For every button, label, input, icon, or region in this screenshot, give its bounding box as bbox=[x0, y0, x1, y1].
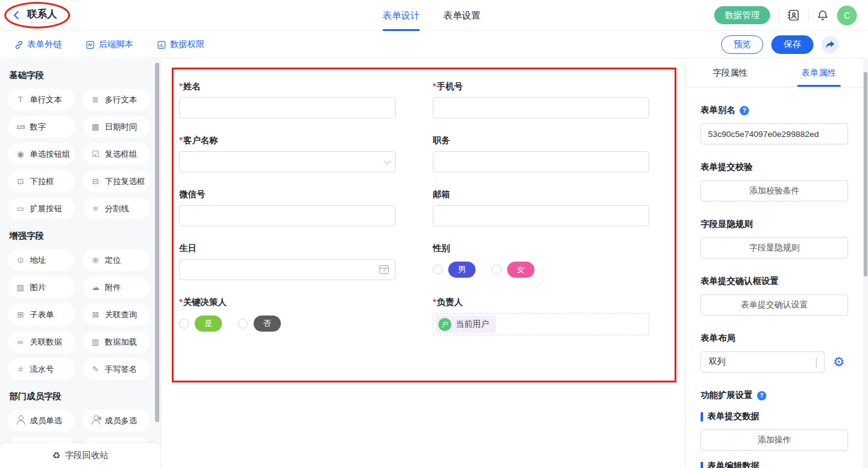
field-owner-input[interactable]: 户当前用户 bbox=[433, 313, 649, 335]
data-permission-button[interactable]: 数据权限 bbox=[157, 39, 205, 50]
panel-section-extension-settings: 功能扩展设置? bbox=[701, 390, 848, 401]
sidebar-item-radio-group[interactable]: ◉单选按钮组 bbox=[8, 143, 75, 165]
sidebar-item-serial-number[interactable]: #流水号 bbox=[8, 358, 75, 380]
serial-number-icon: # bbox=[14, 364, 27, 374]
tab-form-properties[interactable]: 表单属性 bbox=[774, 59, 863, 87]
preview-button[interactable]: 预览 bbox=[721, 35, 763, 54]
linked-data-icon: ∞ bbox=[14, 337, 27, 347]
chevron-down-icon bbox=[384, 159, 389, 164]
radio-icon[interactable] bbox=[492, 265, 502, 275]
option-tag: 是 bbox=[195, 316, 222, 332]
back-icon[interactable] bbox=[11, 10, 22, 20]
form-alias-input[interactable] bbox=[701, 123, 848, 144]
location-icon: ⊕ bbox=[89, 255, 102, 265]
field-gender-options: 男女 bbox=[433, 259, 649, 280]
radio-option[interactable]: 女 bbox=[492, 262, 534, 278]
sidebar-item-multi-line-text[interactable]: ≣多行文本 bbox=[83, 89, 150, 110]
submit-confirm-settings-button[interactable]: 表单提交确认设置 bbox=[701, 294, 848, 316]
radio-option[interactable]: 男 bbox=[433, 262, 476, 278]
sidebar-item-signature[interactable]: ✎手写签名 bbox=[83, 358, 150, 380]
sidebar-item-number[interactable]: 123数字 bbox=[8, 116, 75, 138]
field-customer-name: *客户名称 bbox=[179, 135, 396, 172]
sidebar-item-divider[interactable]: ≡分割线 bbox=[83, 198, 150, 219]
sidebar-scrollbar[interactable] bbox=[155, 63, 159, 422]
current-user-tag: 户当前用户 bbox=[436, 316, 496, 333]
recycle-bin-label: 字段回收站 bbox=[65, 450, 108, 461]
bell-icon[interactable] bbox=[817, 9, 829, 22]
field-birthday-input[interactable] bbox=[179, 259, 396, 280]
sidebar-item-linked-data[interactable]: ∞关联数据 bbox=[8, 331, 75, 353]
field-job-title: 职务 bbox=[433, 135, 649, 172]
radio-icon[interactable] bbox=[238, 319, 248, 329]
sidebar-item-member-single[interactable]: 成员单选 bbox=[8, 410, 75, 431]
sidebar-item-extend-button[interactable]: ▭扩展按钮 bbox=[8, 198, 75, 219]
sidebar-item-label: 数据加载 bbox=[105, 337, 137, 348]
share-button[interactable] bbox=[822, 36, 839, 53]
field-key-decision-maker-options: 是否 bbox=[179, 313, 396, 334]
multi-line-text-icon: ≣ bbox=[89, 95, 102, 104]
window-scrollbar-thumb[interactable] bbox=[864, 72, 867, 276]
sidebar-item-datetime[interactable]: ▦日期时间 bbox=[83, 116, 150, 138]
field-label-text: 客户名称 bbox=[183, 135, 218, 145]
tab-form-design[interactable]: 表单设计 bbox=[383, 0, 420, 31]
sidebar-item-linked-query[interactable]: ⊠关联查询 bbox=[83, 304, 150, 325]
help-icon[interactable]: ? bbox=[757, 391, 766, 400]
data-manage-button[interactable]: 数据管理 bbox=[714, 6, 770, 24]
contacts-icon[interactable] bbox=[787, 9, 800, 22]
sidebar-section-title: 增强字段 bbox=[0, 231, 161, 242]
sidebar-item-multi-select[interactable]: ⊟下拉复选框 bbox=[83, 170, 150, 192]
backend-script-button[interactable]: 后端脚本 bbox=[86, 39, 133, 50]
radio-icon[interactable] bbox=[179, 319, 189, 329]
panel-section-title-text: 功能扩展设置 bbox=[701, 390, 753, 401]
tab-form-settings[interactable]: 表单设置 bbox=[443, 0, 480, 31]
sidebar-item-image[interactable]: ▨图片 bbox=[8, 276, 75, 298]
sidebar-item-member-multi[interactable]: 成员多选 bbox=[83, 410, 150, 431]
field-key-decision-maker: *关键决策人是否 bbox=[179, 297, 396, 335]
sidebar-item-single-line-text[interactable]: T单行文本 bbox=[8, 89, 75, 110]
field-name-input[interactable] bbox=[179, 97, 396, 118]
radio-option[interactable]: 否 bbox=[238, 316, 281, 332]
sidebar-item-location[interactable]: ⊕定位 bbox=[83, 249, 150, 271]
field-customer-name-input[interactable] bbox=[179, 151, 396, 172]
panel-section-form-alias: 表单别名? bbox=[701, 105, 848, 144]
required-asterisk: * bbox=[433, 81, 436, 91]
divider-icon: ≡ bbox=[89, 204, 102, 213]
sidebar-item-label: 数字 bbox=[30, 121, 46, 133]
submit-validation-button[interactable]: 添加校验条件 bbox=[701, 180, 848, 201]
panel-section-title-text: 表单提交确认框设置 bbox=[701, 276, 779, 287]
sidebar-section-title: 基础字段 bbox=[0, 70, 161, 81]
field-mobile-input[interactable] bbox=[433, 97, 649, 118]
member-multi-icon bbox=[89, 415, 102, 426]
sidebar-item-label: 日期时间 bbox=[105, 121, 137, 133]
radio-icon[interactable] bbox=[433, 265, 443, 275]
form-external-link-button[interactable]: 表单外链 bbox=[14, 39, 62, 50]
sidebar-item-select[interactable]: ⊡下拉框 bbox=[8, 170, 75, 192]
form-layout-select[interactable]: 双列 bbox=[701, 351, 825, 373]
sidebar-item-label: 子表单 bbox=[30, 309, 54, 320]
tab-field-properties[interactable]: 字段属性 bbox=[686, 59, 774, 87]
help-icon[interactable]: ? bbox=[740, 106, 749, 115]
form-title[interactable]: 联系人 bbox=[27, 8, 57, 23]
submit-data-button[interactable]: 添加操作 bbox=[701, 430, 848, 451]
window-scrollbar-track[interactable] bbox=[863, 59, 868, 468]
select-icon: ⊡ bbox=[14, 177, 27, 186]
field-visibility-rules-button[interactable]: 字段显隐规则 bbox=[701, 237, 848, 258]
save-button[interactable]: 保存 bbox=[771, 35, 813, 54]
script-icon bbox=[86, 40, 95, 50]
field-wechat-input[interactable] bbox=[179, 205, 396, 226]
radio-option[interactable]: 是 bbox=[179, 316, 222, 332]
field-job-title-input[interactable] bbox=[433, 151, 649, 172]
user-avatar[interactable]: C bbox=[837, 6, 857, 25]
sidebar-item-address[interactable]: ⊙地址 bbox=[8, 249, 75, 271]
field-recycle-bin[interactable]: ♻ 字段回收站 bbox=[0, 443, 161, 468]
sidebar-item-subform[interactable]: ⊞子表单 bbox=[8, 304, 75, 325]
gear-icon[interactable]: ⚙ bbox=[830, 351, 848, 373]
required-asterisk: * bbox=[179, 297, 182, 307]
panel-section-field-visibility-rules: 字段显隐规则字段显隐规则 bbox=[701, 219, 848, 258]
sidebar-item-attachment[interactable]: ☁附件 bbox=[83, 276, 150, 298]
field-label-text: 生日 bbox=[179, 243, 197, 253]
sidebar-item-data-load[interactable]: ▥数据加载 bbox=[83, 331, 150, 353]
sidebar-item-checkbox-group[interactable]: ☑复选框组 bbox=[83, 143, 150, 165]
form-design-canvas[interactable]: *姓名*手机号*客户名称职务微信号邮箱生日性别男女*关键决策人是否*负责人户当前… bbox=[161, 59, 685, 468]
field-email-input[interactable] bbox=[433, 205, 649, 226]
